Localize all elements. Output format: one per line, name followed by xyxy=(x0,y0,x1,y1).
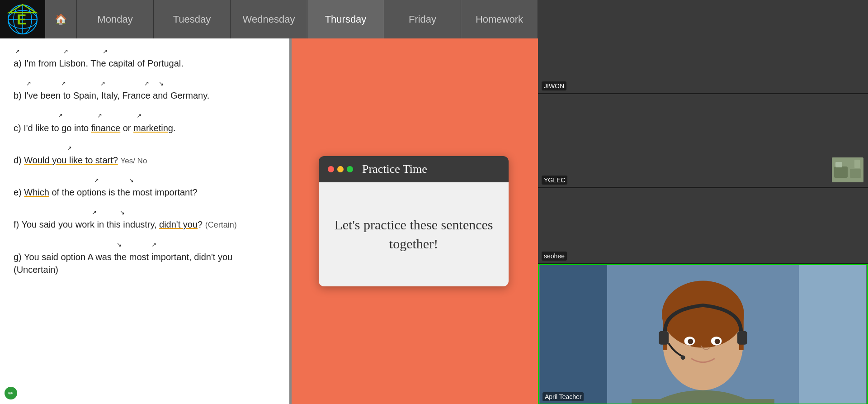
card-body: Let's practice these sentences together! xyxy=(319,182,509,286)
sentences-panel: ↗ ↗ ↗ a) I'm from Lisbon. The capital of… xyxy=(0,38,289,404)
practice-panel: Practice Time Let's practice these sente… xyxy=(289,38,538,404)
pencil-symbol: ✏ xyxy=(8,390,14,397)
practice-body-text: Let's practice these sentences together! xyxy=(332,215,495,253)
svg-rect-14 xyxy=(799,265,866,404)
traffic-light-red xyxy=(328,166,334,172)
card-header: Practice Time xyxy=(319,156,509,182)
edit-pencil-icon[interactable]: ✏ xyxy=(5,387,17,399)
arrow-up-2: ↗ xyxy=(63,48,68,56)
sentence-c-text: c) I'd like to go into finance or market… xyxy=(14,123,175,133)
svg-rect-8 xyxy=(834,166,848,178)
sentence-g-text: g) You said option A was the most import… xyxy=(14,252,232,275)
svg-text:E: E xyxy=(17,11,26,28)
arrow-b-3: ↗ xyxy=(100,80,105,88)
participant-panel-jiwon: JIWON xyxy=(538,0,868,93)
arrow-b-1: ↗ xyxy=(26,80,31,88)
practice-card-title: Practice Time xyxy=(362,162,427,176)
tab-wednesday[interactable]: Wednesday xyxy=(231,0,307,38)
svg-point-25 xyxy=(715,339,720,344)
sentence-c: ↗ ↗ ↗ c) I'd like to go into finance or … xyxy=(14,112,276,134)
arrow-b-4: ↗ xyxy=(144,80,149,88)
arrows-c: ↗ ↗ ↗ xyxy=(14,112,276,120)
sentence-d: ↗ d) Would you like to start? Yes/ No xyxy=(14,144,276,166)
arrow-c-2: ↗ xyxy=(97,112,102,120)
arrows-g: ↘ ↗ xyxy=(14,241,276,249)
svg-rect-13 xyxy=(540,265,607,404)
svg-rect-11 xyxy=(854,160,860,168)
sentence-e-text: e) Which of the options is the most impo… xyxy=(14,187,198,197)
april-teacher-video xyxy=(539,265,867,404)
jiwon-label: JIWON xyxy=(542,81,566,90)
participant-panel-seohee: seohee xyxy=(538,188,868,263)
april-teacher-label: April Teacher xyxy=(542,392,584,401)
sentence-f-text: f) You said you work in this industry, d… xyxy=(14,219,237,229)
arrow-g-1: ↘ xyxy=(117,241,122,249)
video-sidebar: JIWON YGLEC seohee xyxy=(538,0,868,404)
arrows-a: ↗ ↗ ↗ xyxy=(14,48,276,56)
sentence-b-text: b) I've been to Spain, Italy, France and… xyxy=(14,90,209,100)
traffic-light-yellow xyxy=(337,166,344,172)
sentence-e: ↗ ↘ e) Which of the options is the most … xyxy=(14,176,276,199)
svg-rect-9 xyxy=(850,169,861,178)
panel-divider xyxy=(289,38,292,404)
svg-point-24 xyxy=(688,339,693,344)
slide-content-area: ↗ ↗ ↗ a) I'm from Lisbon. The capital of… xyxy=(0,38,538,404)
practice-time-card: Practice Time Let's practice these sente… xyxy=(319,156,509,286)
traffic-light-green xyxy=(347,166,353,172)
svg-rect-16 xyxy=(632,399,774,404)
seohee-label: seohee xyxy=(542,252,567,261)
arrow-f-2: ↘ xyxy=(120,209,125,217)
svg-point-28 xyxy=(681,355,685,360)
teacher-background xyxy=(539,265,867,404)
svg-rect-26 xyxy=(659,331,669,345)
arrows-b: ↗ ↗ ↗ ↗ ↘ xyxy=(14,80,276,88)
arrow-c-1: ↗ xyxy=(58,112,63,120)
top-navigation-bar: E 🏠 Monday Tuesday Wednesday Thursday xyxy=(0,0,538,38)
sentence-d-text: d) Would you like to start? Yes/ No xyxy=(14,155,147,165)
tab-thursday[interactable]: Thursday xyxy=(307,0,384,38)
arrow-d-1: ↗ xyxy=(67,144,72,152)
arrow-g-2: ↗ xyxy=(151,241,156,249)
arrows-f: ↗ ↘ xyxy=(14,209,276,217)
yglec-thumbnail xyxy=(832,157,863,182)
main-content-area: E 🏠 Monday Tuesday Wednesday Thursday xyxy=(0,0,538,404)
sentence-b: ↗ ↗ ↗ ↗ ↘ b) I've been to Spain, Italy, … xyxy=(14,80,276,102)
tab-monday[interactable]: Monday xyxy=(77,0,154,38)
svg-rect-10 xyxy=(835,162,842,167)
arrows-d: ↗ xyxy=(14,144,276,152)
arrow-up-3: ↗ xyxy=(103,48,108,56)
sentence-a-text: a) I'm from Lisbon. The capital of Portu… xyxy=(14,58,184,68)
participant-panel-yglec: YGLEC xyxy=(538,94,868,187)
room-thumbnail-image xyxy=(832,157,863,182)
arrow-c-3: ↗ xyxy=(137,112,142,120)
arrow-e-2: ↘ xyxy=(129,176,134,185)
tab-homework[interactable]: Homework xyxy=(461,0,538,38)
arrow-b-5: ↘ xyxy=(159,80,164,88)
sentence-g: ↘ ↗ g) You said option A was the most im… xyxy=(14,241,276,276)
svg-rect-27 xyxy=(737,331,747,345)
app-logo: E xyxy=(7,4,38,35)
sentence-f: ↗ ↘ f) You said you work in this industr… xyxy=(14,209,276,231)
nav-tabs: 🏠 Monday Tuesday Wednesday Thursday Frid… xyxy=(45,0,538,38)
tab-home[interactable]: 🏠 xyxy=(45,0,77,38)
participant-panel-april-teacher: April Teacher xyxy=(538,264,868,404)
tab-tuesday[interactable]: Tuesday xyxy=(154,0,231,38)
arrow-e-1: ↗ xyxy=(94,176,99,185)
sentence-a: ↗ ↗ ↗ a) I'm from Lisbon. The capital of… xyxy=(14,48,276,70)
arrow-up-1: ↗ xyxy=(15,48,20,56)
home-icon: 🏠 xyxy=(55,14,67,25)
arrows-e: ↗ ↘ xyxy=(14,176,276,185)
yglec-label: YGLEC xyxy=(542,176,567,185)
traffic-lights xyxy=(328,166,353,172)
arrow-b-2: ↗ xyxy=(61,80,66,88)
arrow-f-1: ↗ xyxy=(92,209,97,217)
logo-area: E xyxy=(0,0,45,38)
tab-friday[interactable]: Friday xyxy=(384,0,461,38)
